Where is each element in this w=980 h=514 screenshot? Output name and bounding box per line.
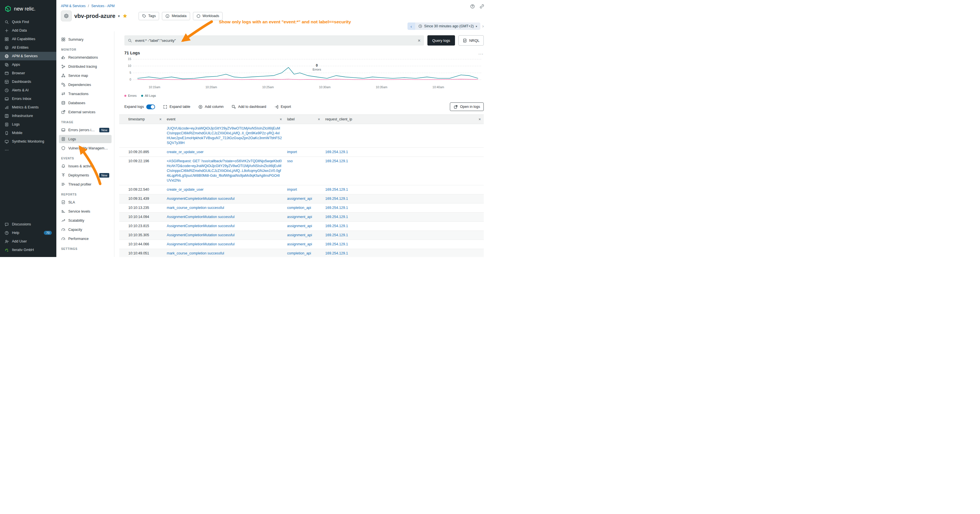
- ip-link[interactable]: 169.254.129.1: [325, 251, 348, 255]
- table-row[interactable]: 10:09:22.196<ASGIRequest: GET '/sso/call…: [119, 157, 484, 185]
- new-relic-logo[interactable]: new relic.: [0, 0, 56, 18]
- sidebar-item-synthetic-monitoring[interactable]: Synthetic Monitoring: [0, 137, 56, 146]
- ip-link[interactable]: 169.254.129.1: [325, 150, 348, 154]
- ip-link[interactable]: 169.254.129.1: [325, 233, 348, 237]
- event-link[interactable]: mark_course_completion successful: [167, 251, 224, 255]
- expand-table-button[interactable]: Expand table: [163, 105, 190, 109]
- event-link[interactable]: AssignmentCompletionMutation successful: [167, 224, 234, 228]
- metadata-button[interactable]: Metadata: [162, 12, 190, 20]
- sidebar-item-help[interactable]: Help70: [0, 229, 56, 237]
- label-link[interactable]: assignment_api: [287, 233, 312, 237]
- subnav-item-summary[interactable]: Summary: [59, 35, 111, 43]
- sidebar-item-errors-inbox[interactable]: Errors Inbox: [0, 94, 56, 103]
- ip-link[interactable]: 169.254.129.1: [325, 215, 348, 219]
- time-forward-button[interactable]: ›: [482, 24, 484, 29]
- subnav-item-dependencies[interactable]: Dependencies: [59, 81, 111, 89]
- sidebar-item-add-user[interactable]: Add User: [0, 237, 56, 246]
- table-row[interactable]: 10:09:31.439AssignmentCompletionMutation…: [119, 194, 484, 204]
- subnav-item-recommendations[interactable]: Recommendations: [59, 53, 111, 62]
- legend-errors[interactable]: Errors: [124, 94, 137, 97]
- sidebar-item-discussions[interactable]: Discussions: [0, 220, 56, 229]
- time-back-button[interactable]: ‹: [407, 22, 415, 30]
- remove-column-request_client_ip-icon[interactable]: ×: [479, 117, 481, 121]
- tags-button[interactable]: Tags: [138, 12, 159, 20]
- sidebar-item-dashboards[interactable]: Dashboards: [0, 77, 56, 86]
- table-row[interactable]: 10:09:22.540create_or_update_userimport1…: [119, 185, 484, 194]
- nrql-button[interactable]: NRQL: [458, 35, 484, 46]
- sidebar-item-all-entities[interactable]: All Entities: [0, 43, 56, 52]
- sidebar-item-iterativ-gmbh[interactable]: Iterativ GmbH: [0, 246, 56, 254]
- ip-link[interactable]: 169.254.129.1: [325, 224, 348, 228]
- label-link[interactable]: assignment_api: [287, 197, 312, 201]
- subnav-item-vulnerability-management[interactable]: Vulnerability Management: [59, 144, 111, 152]
- label-link[interactable]: completion_api: [287, 251, 311, 255]
- permalink-icon[interactable]: [479, 4, 484, 9]
- sidebar-item-apps[interactable]: Apps: [0, 60, 56, 69]
- export-button[interactable]: Export: [274, 105, 291, 109]
- sidebar-item-metrics-events[interactable]: Metrics & Events: [0, 103, 56, 111]
- sidebar-item-all-capabilities[interactable]: All Capabilities: [0, 35, 56, 43]
- sidebar-item-apm-services[interactable]: APM & Services: [0, 52, 56, 60]
- subnav-item-scalability[interactable]: Scalability: [59, 216, 111, 224]
- expand-logs-toggle[interactable]: [146, 105, 155, 109]
- table-row[interactable]: 10:10:13.235mark_course_completion succe…: [119, 204, 484, 213]
- time-range-button[interactable]: Since 30 minutes ago (GMT+2) ▾: [415, 22, 480, 30]
- event-link[interactable]: AssignmentCompletionMutation successful: [167, 215, 234, 219]
- sidebar-item-logs[interactable]: Logs: [0, 120, 56, 129]
- sidebar-item-browser[interactable]: Browser: [0, 69, 56, 77]
- subnav-item-performance[interactable]: Performance: [59, 234, 111, 243]
- entity-dropdown-caret-icon[interactable]: ▾: [118, 14, 120, 18]
- remove-column-event-icon[interactable]: ×: [280, 117, 282, 121]
- remove-column-label-icon[interactable]: ×: [318, 117, 320, 121]
- subnav-item-service-map[interactable]: Service map: [59, 72, 111, 80]
- label-link[interactable]: import: [287, 188, 297, 191]
- workloads-button[interactable]: Workloads: [193, 12, 223, 20]
- remove-column-timestamp-icon[interactable]: ×: [159, 117, 162, 121]
- subnav-item-errors-errors-inb[interactable]: Errors (errors inb...New: [59, 126, 111, 134]
- table-row[interactable]: 10:10:14.094AssignmentCompletionMutation…: [119, 213, 484, 222]
- sidebar-item-quick-find[interactable]: Quick Find: [0, 18, 56, 26]
- label-link[interactable]: assignment_api: [287, 215, 312, 219]
- subnav-item-sla[interactable]: SLA: [59, 198, 111, 206]
- event-link[interactable]: JUQVU&code=eyJraWQiOiJjcGltY29yZV8wOTl1M…: [167, 126, 282, 145]
- open-in-logs-button[interactable]: Open in logs: [450, 102, 484, 111]
- sidebar-item-more[interactable]: [0, 146, 56, 154]
- label-link[interactable]: import: [287, 150, 297, 154]
- table-row[interactable]: JUQVU&code=eyJraWQiOiJjcGltY29yZV8wOTl1M…: [119, 124, 484, 148]
- event-link[interactable]: AssignmentCompletionMutation successful: [167, 233, 234, 237]
- subnav-item-logs[interactable]: Logs: [59, 135, 111, 143]
- subnav-item-external-services[interactable]: External services: [59, 108, 111, 116]
- label-link[interactable]: assignment_api: [287, 224, 312, 228]
- event-link[interactable]: mark_course_completion successful: [167, 206, 224, 210]
- ip-link[interactable]: 169.254.129.1: [325, 188, 348, 191]
- event-link[interactable]: AssignmentCompletionMutation successful: [167, 242, 234, 246]
- table-row[interactable]: 10:10:44.066AssignmentCompletionMutation…: [119, 240, 484, 249]
- ip-link[interactable]: 169.254.129.1: [325, 206, 348, 210]
- table-row[interactable]: 10:10:23.815AssignmentCompletionMutation…: [119, 222, 484, 231]
- label-link[interactable]: assignment_api: [287, 242, 312, 246]
- event-link[interactable]: AssignmentCompletionMutation successful: [167, 197, 234, 201]
- event-link[interactable]: create_or_update_user: [167, 150, 204, 154]
- help-circle-icon[interactable]: [470, 4, 475, 9]
- add-column-button[interactable]: Add column: [198, 105, 224, 109]
- favorite-star-icon[interactable]: [123, 13, 127, 19]
- add-to-dashboard-button[interactable]: Add to dashboard: [232, 105, 266, 109]
- event-link[interactable]: create_or_update_user: [167, 188, 204, 191]
- table-row[interactable]: 10:09:20.895create_or_update_userimport1…: [119, 148, 484, 157]
- query-logs-button[interactable]: Query logs: [427, 35, 455, 46]
- ip-link[interactable]: 169.254.129.1: [325, 159, 348, 163]
- clear-query-icon[interactable]: ×: [418, 38, 420, 43]
- subnav-item-transactions[interactable]: Transactions: [59, 90, 111, 98]
- event-link[interactable]: <ASGIRequest: GET '/sso/callback/?state=…: [167, 159, 282, 183]
- subnav-item-service-levels[interactable]: Service levels: [59, 207, 111, 215]
- log-query-input[interactable]: [135, 38, 415, 43]
- sidebar-item-infrastructure[interactable]: Infrastructure: [0, 111, 56, 120]
- legend-all-logs[interactable]: All Logs: [141, 94, 156, 97]
- label-link[interactable]: sso: [287, 159, 293, 163]
- subnav-item-deployments[interactable]: DeploymentsNew: [59, 171, 111, 179]
- subnav-item-distributed-tracing[interactable]: Distributed tracing: [59, 62, 111, 71]
- table-row[interactable]: 10:10:49.051mark_course_completion succe…: [119, 249, 484, 257]
- sidebar-item-add-data[interactable]: Add Data: [0, 26, 56, 35]
- page-title[interactable]: vbv-prod-azure: [74, 13, 115, 19]
- sidebar-item-alerts-ai[interactable]: Alerts & AI: [0, 86, 56, 94]
